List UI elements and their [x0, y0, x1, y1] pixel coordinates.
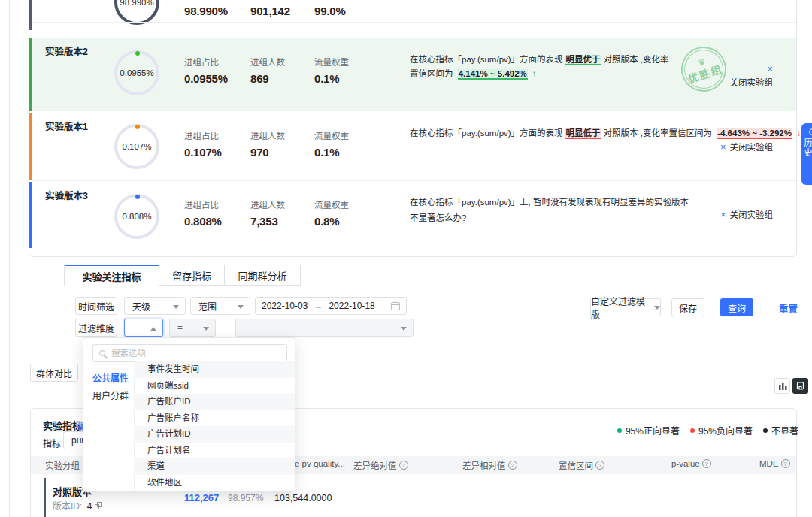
range-type-value: 范围	[198, 300, 217, 313]
close-label[interactable]: 关闭实验组	[730, 143, 774, 152]
control-weight-value: 99.0%	[314, 5, 346, 17]
tab-experiment-metrics[interactable]: 实验关注指标	[64, 265, 159, 286]
loser-gauge-value: 0.107%	[122, 142, 151, 151]
winner-close-group-button[interactable]: 关闭实验组	[730, 76, 774, 88]
dimension-value-select[interactable]	[235, 319, 414, 337]
winner-weight-value: 0.1%	[314, 72, 339, 85]
verdict-worse: 明显低于	[565, 128, 601, 139]
desc-prefix: 在核心指标「pay.(sum/pv)」方面的表现	[410, 128, 563, 138]
control-count-value[interactable]: 901,142	[250, 5, 290, 17]
verdict-better: 明显优于	[565, 55, 601, 65]
gauge-dot	[135, 125, 140, 129]
up-arrow-icon: ↑	[532, 69, 537, 78]
winner-gauge-value: 0.0955%	[120, 68, 153, 77]
range-type-select[interactable]: 范围	[190, 297, 250, 315]
help-icon[interactable]: ?	[508, 461, 517, 470]
tab-cohort-analysis[interactable]: 同期群分析	[224, 265, 301, 286]
loser-count-value[interactable]: 970	[250, 146, 268, 159]
date-range-picker[interactable]: 2022-10-03 → 2022-10-18	[255, 297, 407, 315]
dimension-dropdown-panel: 公共属性 用户分群 事件发生时间 网页端ssid 广告账户ID 广告账户名称 广…	[83, 337, 295, 492]
winner-description: 在核心指标「pay.(sum/pv)」方面的表现明显优于对照版本 ,变化率置信区…	[410, 53, 674, 81]
chart-view-toggle[interactable]	[774, 378, 790, 394]
winner-count-value[interactable]: 869	[250, 72, 268, 85]
chevron-down-icon	[173, 305, 179, 309]
option-channel[interactable]: 渠道	[134, 458, 295, 475]
close-icon[interactable]: ×	[720, 209, 726, 220]
option-ad-account-name[interactable]: 广告账户名称	[134, 410, 295, 427]
row-divider	[32, 180, 796, 181]
date-separator: →	[314, 301, 323, 311]
dimension-filter-label: 过滤维度	[75, 319, 117, 337]
header-confidence-interval: 置信区间 ?	[559, 459, 604, 471]
chevron-down-icon	[654, 306, 660, 310]
option-event-time[interactable]: 事件发生时间	[134, 361, 295, 378]
loser-close-group-button[interactable]: ×关闭实验组	[720, 141, 773, 153]
cohort-compare-button[interactable]: 群体对比	[30, 364, 78, 382]
header-label: p-value	[671, 459, 700, 468]
help-icon[interactable]: ?	[781, 459, 790, 468]
dropdown-search-box[interactable]	[92, 344, 287, 362]
confidence-interval: -4.643% ~ -3.292%	[717, 128, 792, 139]
close-icon[interactable]: ×	[767, 63, 773, 74]
winner-stamp-label: 优胜组	[686, 60, 725, 86]
header-rel-diff: 差异相对值 ?	[462, 459, 517, 471]
granularity-select[interactable]: 天级	[124, 297, 186, 315]
header-label: 差异绝对值	[353, 459, 397, 471]
header-label: 差异相对值	[462, 459, 506, 471]
weight-label: 流量权重	[314, 129, 349, 141]
date-start-value[interactable]: 2022-10-03	[262, 301, 308, 311]
help-icon[interactable]: ?	[595, 461, 604, 470]
weight-label: 流量权重	[314, 198, 349, 210]
control-version-color-bar	[29, 0, 32, 30]
row-divider	[32, 22, 796, 23]
significance-legend: 95%正向显著 95%负向显著 不显著	[617, 424, 798, 437]
close-icon[interactable]: ×	[720, 141, 726, 153]
bar-chart-icon	[778, 382, 787, 391]
desc-prefix: 在核心指标「pay.(sum/pv)」方面的表现	[410, 55, 563, 64]
help-icon[interactable]: ?	[399, 461, 408, 470]
category-user-segments[interactable]: 用户分群	[92, 389, 129, 401]
option-ad-plan-id[interactable]: 广告计划ID	[134, 426, 295, 443]
option-software-region[interactable]: 软件地区	[134, 475, 295, 491]
neutral-version-gauge: 0.808%	[114, 194, 159, 239]
dimension-select-open[interactable]	[124, 319, 163, 337]
help-icon[interactable]: ?	[702, 459, 711, 468]
time-filter-label: 时间筛选	[75, 297, 117, 315]
neutral-weight-value: 0.8%	[314, 215, 339, 228]
tab-retention-metrics[interactable]: 留存指标	[159, 265, 225, 286]
header-label: MDE	[759, 459, 779, 468]
neutral-close-group-button[interactable]: ×关闭实验组	[720, 208, 773, 220]
legend-positive: 95%正向显著	[617, 424, 680, 437]
loser-version-color-bar	[29, 113, 32, 180]
template-button-label: 自定义过滤模版	[591, 295, 650, 320]
copy-icon[interactable]	[95, 502, 102, 510]
custom-filter-template-button[interactable]: 自定义过滤模版	[590, 298, 661, 316]
loser-description: 在核心指标「pay.(sum/pv)」方面的表现明显低于对照版本 ,变化率置信区…	[410, 126, 801, 141]
reset-button[interactable]: 重置	[779, 301, 798, 316]
version-id-value: 4	[87, 501, 92, 512]
date-end-value[interactable]: 2022-10-18	[329, 301, 374, 311]
not-significant-help-link[interactable]: 不显著怎么办?	[410, 211, 466, 225]
option-ad-plan-name[interactable]: 广告计划名	[134, 443, 295, 459]
count-label: 进组人数	[250, 56, 285, 68]
operator-select[interactable]: =	[169, 319, 216, 337]
neutral-count-value[interactable]: 7,353	[250, 215, 278, 228]
table-view-toggle-active[interactable]	[792, 378, 808, 394]
experiment-history-side-tab[interactable]: 实验操作历史	[801, 123, 812, 185]
close-label[interactable]: 关闭实验组	[730, 210, 774, 219]
neutral-gauge-value: 0.808%	[122, 212, 151, 221]
dropdown-search-input[interactable]	[110, 348, 280, 358]
legend-neutral-label: 不显著	[771, 424, 798, 437]
table-row-count[interactable]: 112,267	[184, 492, 219, 503]
legend-neutral: 不显著	[763, 424, 798, 437]
option-ad-account-id[interactable]: 广告账户ID	[134, 394, 295, 410]
query-button[interactable]: 查询	[720, 298, 753, 316]
loser-ratio-value: 0.107%	[184, 146, 222, 159]
option-web-ssid[interactable]: 网页端ssid	[134, 378, 295, 395]
control-gauge-value: 98.990%	[120, 0, 153, 7]
calendar-icon[interactable]	[391, 302, 400, 310]
category-public-attributes[interactable]: 公共属性	[92, 371, 129, 384]
save-button[interactable]: 保存	[671, 298, 704, 316]
header-label: 置信区间	[559, 459, 593, 471]
chevron-up-icon	[150, 327, 156, 331]
